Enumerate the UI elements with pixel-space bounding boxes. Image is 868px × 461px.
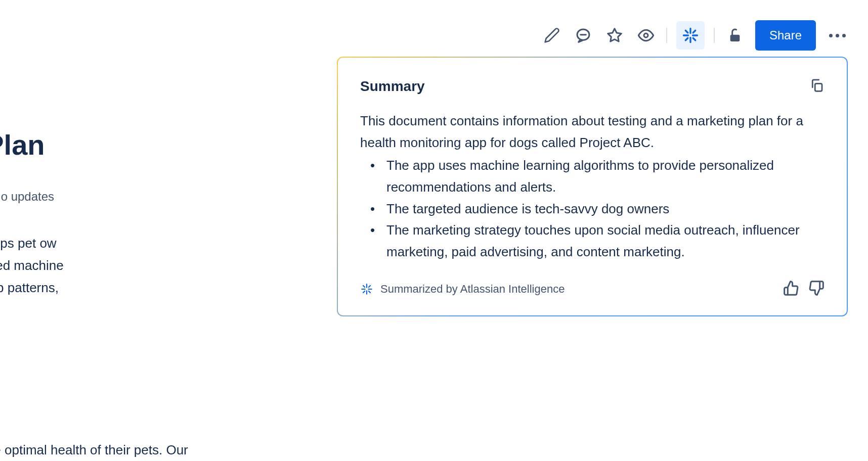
toolbar-divider — [666, 28, 667, 43]
toolbar-divider — [714, 28, 715, 43]
svg-point-3 — [644, 33, 648, 37]
summary-list: The app uses machine learning algorithms… — [360, 155, 824, 263]
feedback-icons — [783, 280, 824, 298]
comment-icon[interactable] — [572, 24, 594, 47]
summary-body: This document contains information about… — [360, 110, 824, 263]
svg-rect-4 — [730, 35, 740, 41]
summary-intro: This document contains information about… — [360, 110, 824, 154]
atlassian-intelligence-button[interactable] — [676, 21, 705, 50]
share-button[interactable]: Share — [755, 20, 816, 51]
attribution-label: Summarized by Atlassian Intelligence — [380, 283, 565, 296]
page-body-continued: log owners who want to ensure the optima… — [0, 439, 188, 461]
edit-icon[interactable] — [541, 24, 563, 47]
summary-header: Summary — [360, 78, 824, 95]
restrictions-icon[interactable] — [724, 24, 746, 47]
summary-title: Summary — [360, 78, 425, 95]
summary-footer: Summarized by Atlassian Intelligence — [360, 280, 824, 298]
summary-bullet: The marketing strategy touches upon soci… — [382, 219, 824, 263]
thumbs-up-icon[interactable] — [783, 280, 799, 298]
copy-icon[interactable] — [809, 78, 824, 95]
summary-bullet: The targeted audience is tech-savvy dog … — [382, 198, 824, 220]
atlassian-intelligence-icon — [360, 283, 373, 296]
thumbs-down-icon[interactable] — [808, 280, 824, 298]
page-toolbar: Share — [541, 20, 850, 51]
meta-updates[interactable]: No updates — [0, 190, 54, 204]
svg-rect-5 — [815, 83, 822, 91]
more-actions-icon[interactable] — [825, 30, 850, 41]
watch-icon[interactable] — [635, 24, 657, 47]
summary-attribution: Summarized by Atlassian Intelligence — [360, 283, 565, 296]
summary-bullet: The app uses machine learning algorithms… — [382, 155, 824, 198]
star-icon[interactable] — [603, 24, 626, 47]
svg-marker-2 — [608, 29, 622, 41]
summary-panel: Summary This document contains informati… — [337, 57, 848, 316]
